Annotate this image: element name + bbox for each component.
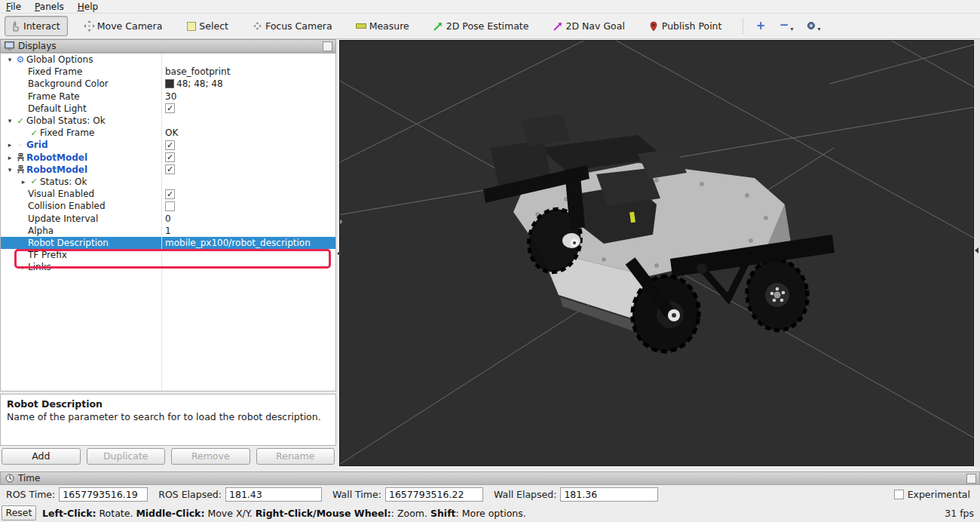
tree-row-label-cell: Robot Description — [1, 237, 161, 249]
tree-row-fixed-frame[interactable]: Fixed Framebase_footprint — [1, 66, 335, 78]
expand-down-icon[interactable]: ▾ — [5, 56, 14, 63]
tree-row-global-status-ok[interactable]: ▾✓Global Status: Ok — [1, 115, 335, 127]
tree-row-label: Global Options — [26, 54, 93, 65]
ruler-icon — [356, 20, 367, 32]
tree-row-links[interactable]: ▸Links — [1, 261, 335, 273]
tree-column-divider[interactable] — [161, 54, 162, 391]
tree-row-label-cell: ▸Links — [1, 261, 161, 273]
tree-row-visual-enabled[interactable]: Visual Enabled✓ — [1, 188, 335, 200]
tree-row-global-options[interactable]: ▾⚙Global Options — [1, 54, 335, 66]
menu-bar: FilePanelsHelp — [0, 0, 980, 14]
color-swatch[interactable] — [165, 79, 174, 88]
tree-row-label: Alpha — [28, 226, 54, 236]
tree-row-label-cell: Background Color — [1, 78, 161, 90]
menu-help[interactable]: Help — [78, 2, 98, 12]
chevron-down-icon: ▾ — [790, 26, 793, 32]
tree-row-status-ok[interactable]: ▸✓Status: Ok — [1, 176, 335, 188]
right-splitter-arrow-icon[interactable] — [975, 247, 978, 253]
tree-row-robotmodel[interactable]: ▸RobotModel✓ — [1, 152, 335, 164]
expand-down-icon[interactable]: ▾ — [5, 117, 14, 124]
time-field-wall-elapsed[interactable]: 181.36 — [560, 487, 658, 502]
time-field-ros-elapsed[interactable]: 181.43 — [225, 487, 322, 502]
add-button[interactable]: Add — [2, 448, 81, 465]
expand-right-icon[interactable]: ▸ — [5, 141, 14, 149]
reset-button[interactable]: Reset — [2, 505, 36, 520]
tool-select[interactable]: Select — [180, 16, 236, 36]
view-camera-icon[interactable]: ▾ — [803, 18, 822, 34]
tree-row-value: mobile_px100/robot_description — [161, 237, 335, 249]
tool-move-camera[interactable]: Move Camera — [78, 16, 170, 36]
row-checkbox[interactable]: ✓ — [165, 164, 175, 174]
select-box-icon — [185, 20, 197, 32]
view-zoom-in-icon[interactable]: + — [752, 19, 768, 33]
expand-right-icon[interactable]: ▸ — [5, 154, 14, 161]
tool-publish-point[interactable]: Publish Point — [643, 16, 730, 36]
tree-row-update-interval[interactable]: Update Interval0 — [1, 212, 335, 224]
displays-tree: ▾⚙Global OptionsFixed Framebase_footprin… — [0, 53, 336, 392]
menu-file[interactable]: File — [6, 2, 21, 12]
tree-row-label-cell: Alpha — [1, 225, 161, 237]
focus-icon — [252, 20, 263, 32]
tool-measure[interactable]: Measure — [351, 16, 417, 36]
tree-row-label-cell: ▸✓Status: Ok — [1, 176, 161, 188]
help-text: Name of the parameter to search for to l… — [7, 411, 329, 422]
tree-row-label-cell: ▾✓Global Status: Ok — [1, 115, 161, 127]
3d-viewport[interactable] — [339, 40, 974, 466]
view-zoom-out-icon[interactable]: −▾ — [776, 18, 795, 34]
expand-right-icon[interactable]: ▸ — [19, 263, 28, 271]
tree-row-label: Update Interval — [28, 213, 98, 224]
tree-row-value: ✓ — [161, 152, 335, 164]
menu-panels[interactable]: Panels — [35, 2, 64, 12]
displays-panel: Displays ▾⚙Global OptionsFixed Framebase… — [0, 39, 336, 468]
tool-2d-pose-estimate[interactable]: 2D Pose Estimate — [427, 16, 537, 36]
row-checkbox[interactable] — [165, 201, 175, 211]
tool-focus-camera[interactable]: Focus Camera — [247, 16, 340, 36]
row-checkbox[interactable]: ✓ — [165, 140, 175, 150]
time-field-label: Wall Time: — [332, 489, 381, 500]
tree-row-fixed-frame[interactable]: ✓Fixed FrameOK — [1, 127, 335, 139]
row-checkbox[interactable]: ✓ — [165, 189, 175, 199]
displays-buttons: AddDuplicateRemoveRename — [0, 448, 336, 465]
time-panel: Time — [0, 471, 980, 485]
gear-icon: ⚙ — [14, 56, 26, 64]
time-panel-titlebar[interactable]: Time — [0, 471, 980, 485]
tree-row-robot-description[interactable]: Robot Descriptionmobile_px100/robot_desc… — [1, 237, 335, 249]
tree-row-default-light[interactable]: Default Light✓ — [1, 103, 335, 115]
toolbar-separator — [743, 18, 743, 35]
tool-2d-nav-goal[interactable]: 2D Nav Goal — [547, 16, 632, 36]
zoom-in-icon: + — [755, 20, 766, 32]
tree-row-label-cell: ▸◦⁠Grid — [1, 139, 161, 151]
row-checkbox[interactable]: ✓ — [165, 103, 175, 113]
tool-label: Publish Point — [662, 20, 722, 32]
row-checkbox[interactable]: ✓ — [165, 152, 175, 162]
tree-row-collision-enabled[interactable]: Collision Enabled — [1, 200, 335, 212]
displays-icon — [4, 41, 15, 52]
left-splitter-arrow-icon[interactable] — [337, 250, 341, 256]
tree-row-label-cell: ✓Fixed Frame — [1, 127, 161, 139]
tree-row-value: 1 — [161, 225, 335, 237]
time-field-ros-time[interactable]: 1657793516.19 — [59, 487, 148, 502]
expand-down-icon[interactable]: ▾ — [5, 166, 14, 173]
expand-right-icon[interactable]: ▸ — [19, 178, 28, 186]
right-gutter — [974, 39, 980, 468]
time-field-wall-time[interactable]: 1657793516.22 — [385, 487, 483, 502]
tree-row-frame-rate[interactable]: Frame Rate30 — [1, 91, 335, 103]
time-float-button[interactable] — [966, 474, 976, 484]
tool-interact[interactable]: Interact — [5, 16, 68, 36]
tree-row-alpha[interactable]: Alpha1 — [1, 225, 335, 237]
tree-row-tf-prefix[interactable]: TF Prefix — [1, 249, 335, 261]
tree-row-robotmodel[interactable]: ▾RobotModel✓ — [1, 164, 335, 176]
property-help-box: Robot Description Name of the parameter … — [0, 394, 336, 446]
experimental-checkbox[interactable] — [894, 490, 904, 499]
displays-float-button[interactable] — [323, 41, 332, 51]
tree-row-grid[interactable]: ▸◦⁠Grid✓ — [1, 139, 335, 151]
tool-label: 2D Pose Estimate — [446, 20, 529, 32]
tree-row-label: Visual Enabled — [28, 189, 94, 199]
tree-row-background-color[interactable]: Background Color48; 48; 48 — [1, 78, 335, 90]
tree-row-value: ✓ — [161, 103, 335, 115]
tree-row-value — [161, 54, 335, 66]
experimental-label: Experimental — [908, 489, 970, 500]
tree-row-value — [161, 115, 335, 127]
tool-label: 2D Nav Goal — [565, 20, 624, 32]
displays-panel-titlebar[interactable]: Displays — [0, 39, 336, 53]
